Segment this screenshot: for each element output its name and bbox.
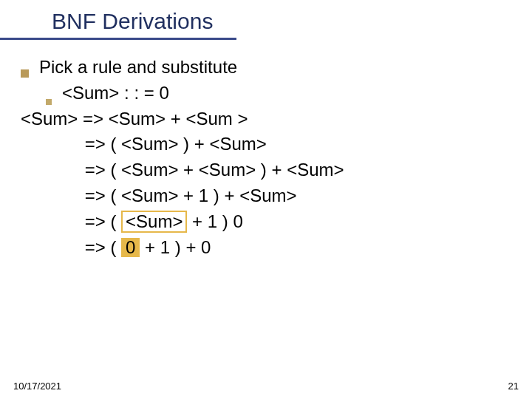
square-bullet-icon xyxy=(21,69,29,78)
highlight-box: <Sum> xyxy=(121,211,187,233)
derivation-row: <Sum> => <Sum> + <Sum > xyxy=(21,106,517,132)
deriv-rhs-a: => ( xyxy=(85,237,121,257)
derivation-row: => ( 0 + 1 ) + 0 xyxy=(21,235,517,261)
bullet-text: <Sum> : : = 0 xyxy=(62,81,169,106)
deriv-rhs-b: + 1 ) 0 xyxy=(187,211,242,231)
bullet-text: Pick a rule and substitute xyxy=(39,55,237,81)
bullet-level2: <Sum> : : = 0 xyxy=(46,81,517,106)
derivation-row: => ( <Sum> ) + <Sum> xyxy=(21,132,517,157)
deriv-indent xyxy=(21,211,85,231)
deriv-rhs: => ( <Sum> + <Sum> ) + <Sum> xyxy=(85,160,344,180)
derivation-row: => ( <Sum> + 1 ) 0 xyxy=(21,209,517,235)
deriv-indent xyxy=(21,185,85,205)
deriv-rhs-b: + 1 ) + 0 xyxy=(140,237,211,257)
slide-footer: 10/17/2021 21 xyxy=(13,381,519,392)
deriv-indent xyxy=(21,134,85,154)
footer-date: 10/17/2021 xyxy=(13,381,61,392)
derivation-block: <Sum> => <Sum> + <Sum > => ( <Sum> ) + <… xyxy=(21,106,517,261)
derivation-row: => ( <Sum> + <Sum> ) + <Sum> xyxy=(21,157,517,183)
slide-content: Pick a rule and substitute <Sum> : : = 0… xyxy=(0,40,532,260)
deriv-rhs: => <Sum> + <Sum > xyxy=(83,109,248,129)
derivation-row: => ( <Sum> + 1 ) + <Sum> xyxy=(21,183,517,209)
deriv-rhs-a: => ( xyxy=(85,211,121,231)
square-bullet-icon xyxy=(46,99,52,105)
deriv-rhs: => ( <Sum> ) + <Sum> xyxy=(85,134,267,154)
deriv-lhs: <Sum> xyxy=(21,109,83,129)
bullet-level1: Pick a rule and substitute xyxy=(21,55,517,81)
title-underline xyxy=(0,38,236,40)
slide-title: BNF Derivations xyxy=(52,9,532,34)
deriv-rhs: => ( <Sum> + 1 ) + <Sum> xyxy=(85,185,297,205)
deriv-indent xyxy=(21,160,85,180)
slide-title-bar: BNF Derivations xyxy=(0,0,532,40)
highlight-fill: 0 xyxy=(121,238,140,257)
deriv-indent xyxy=(21,237,85,257)
footer-page-number: 21 xyxy=(508,381,519,392)
